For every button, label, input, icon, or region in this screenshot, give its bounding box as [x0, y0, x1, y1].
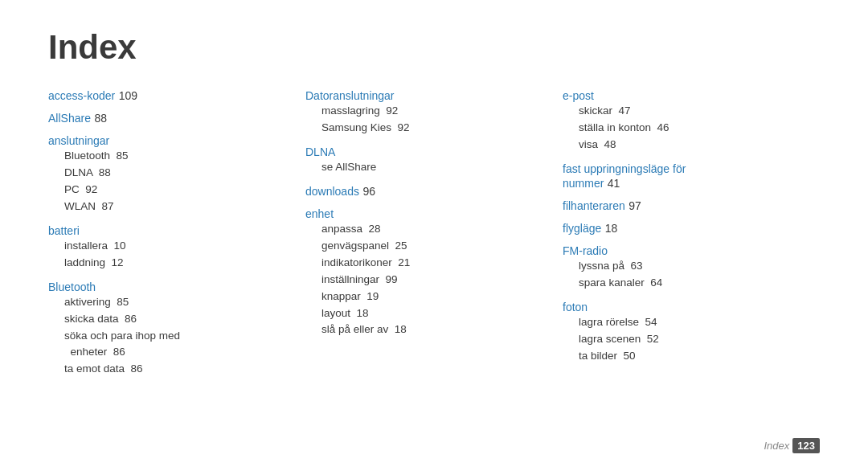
- term-flyglage: flygläge: [563, 222, 601, 235]
- sub-fm-radio: lyssna på 63 spara kanaler 64: [563, 258, 804, 292]
- entry-epost: e-post skickar 47 ställa in konton 46 vi…: [563, 88, 804, 154]
- term-allshare: AllShare: [48, 112, 91, 125]
- entry-dlna: DLNA se AllShare: [305, 145, 547, 176]
- footer-page-number: 123: [792, 438, 820, 453]
- entry-filhanteraren: filhanteraren 97: [563, 199, 804, 213]
- entry-datoranslutningar: Datoranslutningar masslagring 92 Samsung…: [305, 88, 547, 137]
- num-filhanteraren: 97: [628, 199, 641, 212]
- term-datoranslutningar: Datoranslutningar: [305, 89, 395, 102]
- term-foton: foton: [563, 301, 588, 313]
- term-bluetooth: Bluetooth: [48, 281, 96, 293]
- sub-dlna: se AllShare: [305, 159, 547, 176]
- entry-flyglage: flygläge 18: [563, 221, 804, 236]
- term-downloads: downloads: [305, 185, 359, 198]
- num-allshare: 88: [94, 112, 107, 125]
- page-title: Index: [48, 29, 820, 66]
- sub-foton: lagra rörelse 54 lagra scenen 52 ta bild…: [563, 314, 804, 365]
- sub-bluetooth: aktivering 85 skicka data 86 söka och pa…: [48, 294, 289, 379]
- column-3: e-post skickar 47 ställa in konton 46 vi…: [563, 88, 820, 381]
- entry-downloads: downloads 96: [305, 184, 547, 199]
- entry-fast-uppringning: fast uppringningsläge förnummer 41: [563, 162, 804, 190]
- term-fast-uppringning: fast uppringningsläge förnummer: [563, 162, 686, 190]
- term-batteri: batteri: [48, 224, 80, 237]
- term-epost: e-post: [563, 89, 594, 102]
- term-dlna: DLNA: [305, 145, 335, 158]
- sub-epost: skickar 47 ställa in konton 46 visa 48: [563, 103, 804, 154]
- term-filhanteraren: filhanteraren: [563, 199, 625, 212]
- entry-foton: foton lagra rörelse 54 lagra scenen 52 t…: [563, 300, 804, 365]
- entry-anslutningar: anslutningar Bluetooth 85 DLNA 88 PC 92 …: [48, 133, 289, 215]
- sub-enhet: anpassa 28 genvägspanel 25 indikatorikon…: [305, 221, 547, 338]
- sub-anslutningar: Bluetooth 85 DLNA 88 PC 92 WLAN 87: [48, 148, 289, 215]
- entry-batteri: batteri installera 10 laddning 12: [48, 223, 289, 272]
- term-fm-radio: FM-radio: [563, 244, 608, 257]
- sub-datoranslutningar: masslagring 92 Samsung Kies 92: [305, 103, 547, 137]
- entry-access-koder: access-koder 109: [48, 88, 289, 103]
- term-anslutningar: anslutningar: [48, 134, 109, 147]
- footer: Index 123: [764, 438, 820, 453]
- sub-batteri: installera 10 laddning 12: [48, 238, 289, 272]
- page: Index access-koder 109 AllShare 88 anslu…: [0, 0, 868, 471]
- entry-allshare: AllShare 88: [48, 111, 289, 125]
- term-enhet: enhet: [305, 207, 334, 220]
- num-fast-uppringning: 41: [608, 177, 620, 190]
- num-downloads: 96: [362, 185, 375, 198]
- column-2: Datoranslutningar masslagring 92 Samsung…: [305, 88, 563, 381]
- footer-label: Index: [764, 440, 789, 452]
- entry-enhet: enhet anpassa 28 genvägspanel 25 indikat…: [305, 207, 547, 338]
- entry-fm-radio: FM-radio lyssna på 63 spara kanaler 64: [563, 244, 804, 292]
- entry-bluetooth: Bluetooth aktivering 85 skicka data 86 s…: [48, 280, 289, 379]
- num-access-koder: 109: [119, 89, 137, 102]
- term-access-koder: access-koder: [48, 89, 115, 102]
- index-columns: access-koder 109 AllShare 88 anslutninga…: [48, 88, 820, 381]
- num-flyglage: 18: [605, 222, 618, 235]
- column-1: access-koder 109 AllShare 88 anslutninga…: [48, 88, 305, 381]
